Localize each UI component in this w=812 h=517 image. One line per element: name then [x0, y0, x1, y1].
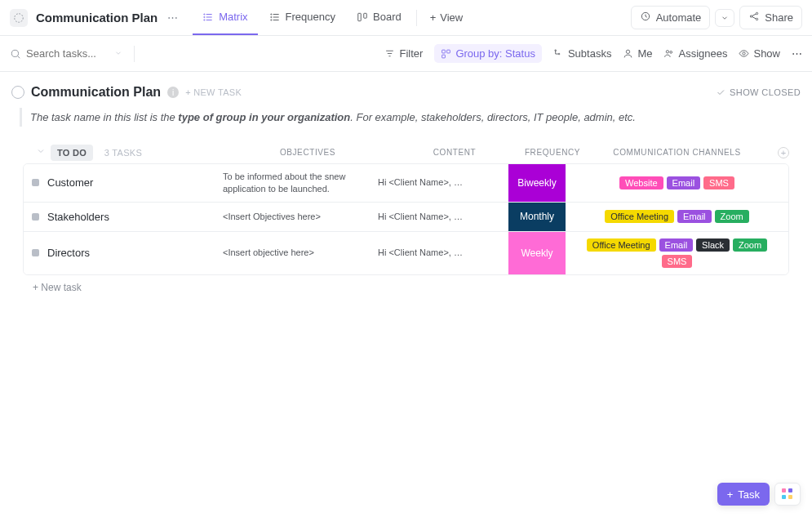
svg-point-18 [757, 18, 758, 20]
assignees-button[interactable]: Assignees [663, 47, 727, 60]
tab-label: Frequency [286, 11, 335, 23]
task-row[interactable]: CustomerTo be informed about the snew ap… [24, 164, 788, 202]
frequency-cell[interactable]: Weekly [508, 232, 566, 274]
svg-line-22 [17, 56, 20, 58]
expand-toggle[interactable] [36, 146, 51, 158]
objectives-cell[interactable]: To be informed about the snew applicatio… [215, 164, 370, 202]
col-objectives[interactable]: OBJECTIVES [230, 148, 385, 157]
assignees-label: Assignees [678, 47, 727, 60]
search-wrap [10, 47, 122, 60]
apps-fab[interactable] [774, 483, 801, 506]
desc-text-prefix: The task name in this list is the [30, 111, 178, 123]
svg-point-5 [204, 16, 205, 17]
eye-icon [739, 48, 749, 59]
frequency-cell[interactable]: Monthly [508, 203, 566, 231]
objectives-cell[interactable]: <Insert Objectives here> [215, 203, 370, 231]
frequency-cell[interactable]: Biweekly [508, 164, 566, 202]
show-closed-button[interactable]: SHOW CLOSED [716, 87, 801, 97]
channel-tag[interactable]: Zoom [733, 238, 767, 252]
objectives-cell[interactable]: <Insert objective here> [215, 232, 370, 274]
new-task-link[interactable]: + NEW TASK [185, 87, 242, 97]
svg-point-4 [204, 13, 205, 14]
share-button[interactable]: Share [739, 6, 802, 29]
show-button[interactable]: Show [739, 47, 780, 60]
channels-cell[interactable]: Office MeetingEmailZoom [566, 203, 788, 231]
channel-tag[interactable]: Office Meeting [605, 210, 674, 223]
task-name-cell[interactable]: Directors [24, 232, 215, 274]
channel-tag[interactable]: Slack [696, 238, 730, 252]
list-title[interactable]: Communication Plan [31, 85, 161, 100]
content-cell[interactable]: Hi <Client Name>, … [370, 164, 508, 202]
svg-point-0 [15, 13, 24, 22]
divider [416, 10, 417, 26]
automate-button[interactable]: Automate [631, 6, 711, 29]
svg-point-30 [558, 53, 560, 55]
tab-frequency[interactable]: Frequency [260, 0, 345, 35]
show-closed-label: SHOW CLOSED [730, 87, 801, 97]
svg-rect-14 [364, 13, 367, 18]
group-icon [441, 48, 451, 59]
page-menu-icon[interactable]: ⋯ [164, 10, 181, 25]
subtasks-icon [553, 48, 564, 59]
channel-tag[interactable]: Website [619, 176, 663, 189]
col-content[interactable]: CONTENT [385, 148, 524, 157]
channel-tag[interactable]: Email [667, 176, 701, 189]
view-tabs: Matrix Frequency Board + View [193, 0, 471, 35]
create-task-fab[interactable]: + Task [717, 483, 770, 506]
channel-tag[interactable]: Zoom [715, 210, 749, 223]
add-view-button[interactable]: + View [422, 11, 472, 24]
task-name: Stakeholders [47, 211, 109, 223]
channel-tag[interactable]: SMS [703, 176, 734, 189]
status-square-icon[interactable] [32, 179, 39, 186]
filter-label: Filter [399, 47, 423, 60]
svg-point-16 [751, 16, 752, 17]
status-circle-icon[interactable] [11, 86, 24, 99]
page-title[interactable]: Communication Plan [36, 11, 158, 25]
group-by-button[interactable]: Group by: Status [434, 44, 542, 63]
status-square-icon[interactable] [32, 249, 39, 256]
svg-point-17 [757, 12, 758, 14]
channels-cell[interactable]: WebsiteEmailSMS [566, 164, 788, 202]
content-cell[interactable]: Hi <Client Name>, … [370, 232, 508, 274]
svg-point-21 [11, 50, 18, 56]
list-icon [202, 11, 214, 23]
automate-dropdown[interactable] [715, 9, 734, 27]
filter-button[interactable]: Filter [384, 47, 423, 60]
search-input[interactable] [26, 47, 108, 60]
channels-cell[interactable]: Office MeetingEmailSlackZoomSMS [566, 232, 788, 274]
col-channels[interactable]: COMMUNICATION CHANNELS [581, 148, 773, 157]
svg-rect-28 [442, 55, 446, 58]
content-cell[interactable]: Hi <Client Name>, … [370, 203, 508, 231]
add-column-button[interactable]: + [778, 147, 789, 158]
share-icon [748, 11, 760, 25]
status-pill[interactable]: TO DO [51, 145, 93, 161]
search-dropdown-icon[interactable] [114, 47, 122, 60]
column-header-row: TO DO 3 TASKS OBJECTIVES CONTENT FREQUEN… [11, 146, 801, 163]
info-icon[interactable]: i [167, 87, 179, 98]
channel-tag[interactable]: SMS [662, 255, 693, 268]
page-icon[interactable] [10, 9, 28, 27]
list-description[interactable]: The task name in this list is the type o… [20, 108, 801, 127]
task-name-cell[interactable]: Stakeholders [24, 203, 215, 231]
content-area: Communication Plan i + NEW TASK SHOW CLO… [0, 72, 812, 313]
me-button[interactable]: Me [623, 47, 652, 60]
divider [134, 46, 135, 62]
task-row[interactable]: Stakeholders<Insert Objectives here>Hi <… [24, 202, 788, 231]
toolbar-more-icon[interactable]: ⋯ [792, 47, 802, 60]
people-icon [663, 48, 674, 59]
task-row[interactable]: Directors<Insert objective here>Hi <Clie… [24, 231, 788, 274]
tab-matrix[interactable]: Matrix [193, 0, 257, 35]
task-name-cell[interactable]: Customer [24, 164, 215, 202]
channel-tag[interactable]: Email [659, 238, 694, 252]
subtasks-button[interactable]: Subtasks [553, 47, 611, 60]
status-square-icon[interactable] [32, 213, 39, 221]
subtasks-label: Subtasks [568, 47, 611, 60]
channel-tag[interactable]: Email [677, 210, 712, 223]
new-task-row[interactable]: + New task [11, 275, 801, 300]
filter-icon [384, 48, 395, 59]
col-frequency[interactable]: FREQUENCY [524, 148, 581, 157]
svg-point-34 [743, 52, 745, 55]
tab-board[interactable]: Board [347, 0, 411, 35]
channel-tag[interactable]: Office Meeting [587, 238, 656, 252]
svg-point-29 [555, 50, 557, 51]
